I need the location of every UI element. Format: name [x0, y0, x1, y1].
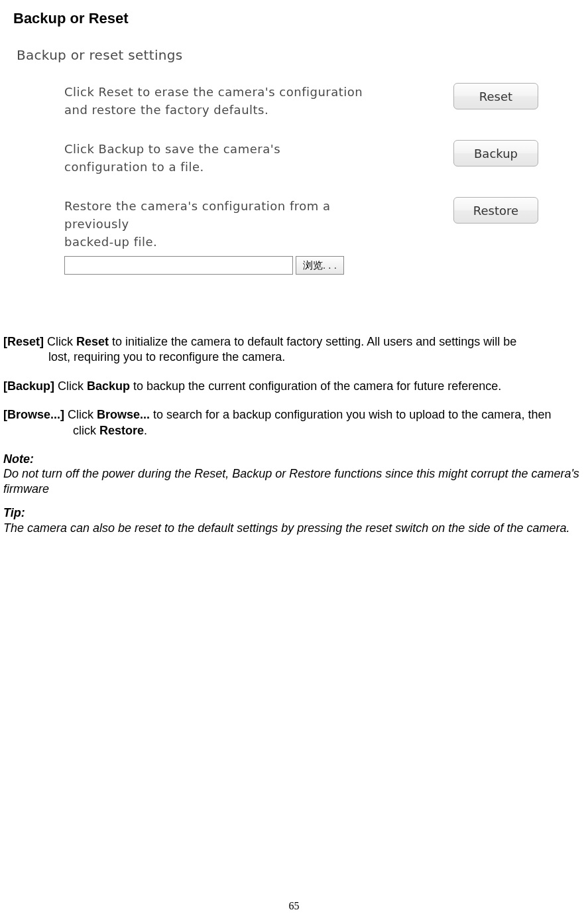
backup-rest: to backup the current configuration of t… — [130, 379, 501, 393]
restore-text-line1: Restore the camera's configuration from … — [64, 199, 331, 231]
reset-description: Click Reset to erase the camera's config… — [64, 83, 363, 119]
browse-bold: Browse... — [97, 408, 150, 421]
browse-label: [Browse...] — [3, 408, 68, 421]
browse-paragraph: [Browse...] Click Browse... to search fo… — [3, 407, 585, 438]
reset-paragraph: [Reset] Click Reset to initialize the ca… — [3, 334, 585, 365]
backup-click: Click — [58, 379, 87, 393]
tip-text: The camera can also be reset to the defa… — [3, 521, 569, 535]
browse-rest2a: click — [73, 424, 99, 437]
reset-label: [Reset] — [3, 335, 47, 348]
reset-rest2: lost, requiring you to reconfigure the c… — [3, 350, 585, 365]
restore-file-input[interactable] — [64, 256, 293, 275]
restore-row: Restore the camera's configuration from … — [17, 197, 538, 275]
browse-rest1: to search for a backup configuration you… — [150, 408, 551, 421]
backup-row: Click Backup to save the camera's config… — [17, 140, 538, 176]
tip-block: Tip: The camera can also be reset to the… — [3, 505, 585, 535]
settings-panel: Backup or reset settings Click Reset to … — [17, 47, 538, 275]
note-text: Do not turn off the power during the Res… — [3, 467, 579, 495]
browse-rest2c: . — [144, 424, 147, 437]
reset-text-line1: Click Reset to erase the camera's config… — [64, 85, 363, 99]
panel-title: Backup or reset settings — [17, 47, 538, 63]
backup-text-line1: Click Backup to save the camera's — [64, 142, 280, 156]
backup-text-line2: configuration to a file. — [64, 160, 204, 174]
restore-button[interactable]: Restore — [453, 197, 538, 224]
backup-description: Click Backup to save the camera's config… — [64, 140, 280, 176]
backup-paragraph: [Backup] Click Backup to backup the curr… — [3, 379, 585, 394]
restore-description: Restore the camera's configuration from … — [64, 197, 369, 275]
backup-bold: Backup — [87, 379, 130, 393]
restore-text-line2: backed-up file. — [64, 235, 157, 249]
reset-rest1: to initialize the camera to default fact… — [109, 335, 516, 348]
tip-title: Tip: — [3, 506, 25, 519]
browse-click: Click — [68, 408, 97, 421]
backup-button[interactable]: Backup — [453, 140, 538, 166]
backup-label: [Backup] — [3, 379, 58, 393]
reset-row: Click Reset to erase the camera's config… — [17, 83, 538, 119]
reset-click: Click — [47, 335, 76, 348]
browse-rest2: click Restore. — [3, 423, 585, 438]
browse-rest2b: Restore — [99, 424, 144, 437]
reset-text-line2: and restore the factory defaults. — [64, 103, 268, 117]
note-block: Note: Do not turn off the power during t… — [3, 452, 585, 497]
reset-button[interactable]: Reset — [453, 83, 538, 109]
page-heading: Backup or Reset — [13, 10, 585, 27]
body-text: [Reset] Click Reset to initialize the ca… — [3, 334, 585, 535]
browse-button[interactable]: 浏览. . . — [296, 256, 344, 275]
reset-bold: Reset — [76, 335, 109, 348]
page-number: 65 — [0, 900, 588, 912]
note-title: Note: — [3, 452, 34, 466]
